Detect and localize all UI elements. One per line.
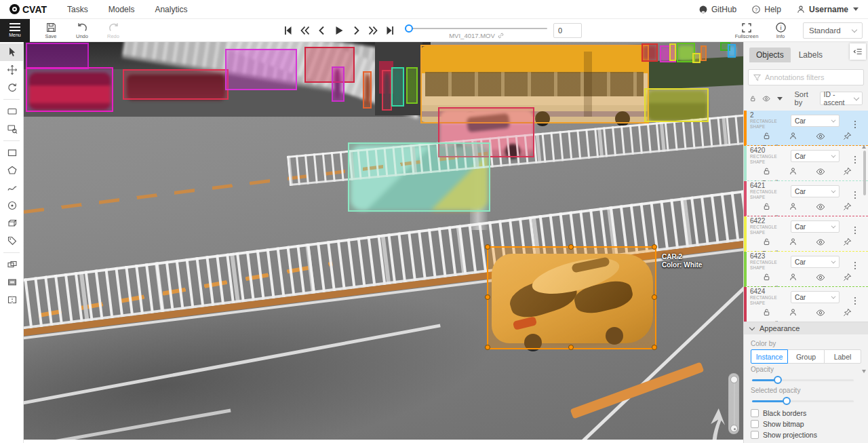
pin-icon[interactable] — [843, 308, 852, 317]
github-link[interactable]: GitHub — [698, 5, 736, 14]
canvas-zoom-slider[interactable] — [728, 373, 739, 434]
resize-handle[interactable] — [485, 294, 490, 300]
tab-labels[interactable]: Labels — [792, 47, 829, 62]
occluded-icon[interactable] — [789, 167, 797, 176]
resize-handle[interactable] — [485, 345, 490, 350]
resize-handle[interactable] — [652, 294, 657, 300]
draw-polygon-tool[interactable] — [0, 161, 24, 179]
sort-select[interactable]: ID - ascent — [820, 92, 863, 105]
fit-image-tool[interactable] — [0, 102, 24, 120]
moving-car-box-teal[interactable] — [348, 142, 490, 212]
play-button[interactable] — [333, 24, 345, 37]
object-item-2[interactable]: 2RECTANGLE SHAPECarDetails — [744, 111, 868, 146]
hide-icon[interactable] — [816, 308, 825, 317]
parked-car-box-purple[interactable] — [26, 43, 89, 69]
resize-handle[interactable] — [652, 244, 657, 250]
person-box-red[interactable] — [382, 70, 392, 111]
resize-handle[interactable] — [568, 244, 574, 250]
hide-icon[interactable] — [816, 237, 825, 247]
small-car-box-cyan[interactable] — [728, 44, 736, 58]
person-box-green[interactable] — [406, 67, 418, 104]
help-link[interactable]: ? Help — [751, 5, 781, 14]
pin-icon[interactable] — [843, 273, 852, 282]
small-box-yellow[interactable] — [669, 43, 676, 61]
object-item-6421[interactable]: 6421RECTANGLE SHAPECarDetails — [744, 181, 868, 216]
pin-icon[interactable] — [843, 132, 852, 141]
object-item-6420[interactable]: 6420RECTANGLE SHAPECarDetails — [744, 146, 868, 181]
object-actions-menu-icon[interactable] — [852, 119, 859, 123]
checkbox-box[interactable] — [751, 420, 759, 428]
color-by-option-instance[interactable]: Instance — [751, 349, 788, 364]
redo-button[interactable]: Redo — [102, 22, 125, 39]
info-button[interactable]: i Info — [769, 22, 792, 39]
selected-car-box[interactable]: CAR 2Color: White — [487, 246, 656, 349]
small-car-box-red[interactable] — [642, 43, 658, 62]
undo-button[interactable]: Undo — [71, 22, 94, 39]
hide-icon[interactable] — [816, 202, 825, 212]
lock-icon[interactable] — [762, 202, 771, 212]
hide-icon[interactable] — [816, 132, 825, 141]
cvat-logo[interactable]: CVAT — [9, 4, 47, 15]
forward-jump-button[interactable] — [367, 24, 379, 37]
object-actions-menu-icon[interactable] — [852, 225, 859, 229]
previous-frame-button[interactable] — [316, 24, 328, 37]
object-label-select[interactable]: Car — [791, 115, 840, 127]
objects-list-scrollbar[interactable] — [861, 144, 867, 374]
last-frame-button[interactable] — [384, 24, 396, 37]
object-label-select[interactable]: Car — [791, 291, 840, 303]
annotation-canvas[interactable]: CAR 2Color: White — [24, 42, 743, 440]
small-box-yellow-2[interactable] — [692, 53, 701, 63]
checkbox-show-bitmap[interactable]: Show bitmap — [751, 420, 804, 428]
checkbox-box[interactable] — [751, 409, 759, 417]
object-item-6423[interactable]: 6423RECTANGLE SHAPECarDetails — [744, 252, 868, 287]
object-label-select[interactable]: Car — [791, 220, 840, 233]
link-icon[interactable] — [497, 32, 505, 39]
move-tool[interactable] — [0, 61, 24, 79]
draw-polyline-tool[interactable] — [0, 179, 24, 197]
occluded-icon[interactable] — [789, 202, 797, 212]
person-box-orange[interactable] — [363, 71, 372, 109]
select-region-tool[interactable] — [0, 120, 24, 138]
nav-item-models[interactable]: Models — [108, 5, 135, 14]
merge-tool[interactable] — [0, 256, 24, 273]
object-label-select[interactable]: Car — [791, 150, 840, 162]
lock-icon[interactable] — [762, 132, 771, 141]
frame-slider-rail[interactable] — [409, 28, 547, 29]
user-menu[interactable]: Username — [796, 5, 859, 14]
object-actions-menu-icon[interactable] — [852, 296, 859, 299]
setup-tag-tool[interactable] — [0, 232, 24, 250]
annotations-filter[interactable]: Annotations filters — [748, 69, 864, 85]
checkbox-box[interactable] — [751, 431, 759, 439]
object-item-6422[interactable]: 6422RECTANGLE SHAPECarDetails — [744, 216, 868, 252]
next-frame-button[interactable] — [350, 24, 362, 37]
tab-objects[interactable]: Objects — [749, 47, 791, 62]
pin-icon[interactable] — [843, 202, 852, 212]
occluded-icon[interactable] — [789, 132, 797, 141]
frame-slider[interactable]: MVI_4017.MOV — [405, 19, 549, 42]
checkbox-show-projections[interactable]: Show projections — [751, 431, 817, 439]
occluded-icon[interactable] — [789, 273, 797, 282]
selected-opacity-slider[interactable] — [752, 396, 854, 406]
color-by-option-group[interactable]: Group — [787, 349, 825, 364]
appearance-header[interactable]: Appearance — [744, 322, 868, 334]
hide-icon[interactable] — [816, 167, 825, 176]
person-box-magenta[interactable] — [332, 66, 344, 102]
pin-icon[interactable] — [843, 237, 852, 247]
group-tool[interactable] — [0, 273, 24, 291]
occluded-icon[interactable] — [789, 237, 797, 247]
scroll-down-icon[interactable] — [862, 370, 866, 373]
first-frame-button[interactable] — [282, 24, 294, 37]
lock-icon[interactable] — [762, 167, 771, 176]
object-item-6424[interactable]: 6424RECTANGLE SHAPECarDetails — [744, 287, 868, 322]
object-label-select[interactable]: Car — [791, 185, 840, 197]
lock-icon[interactable] — [762, 308, 771, 317]
nav-item-tasks[interactable]: Tasks — [67, 5, 88, 14]
hide-icon[interactable] — [816, 273, 825, 282]
checkbox-black-borders[interactable]: Black borders — [751, 409, 806, 417]
nav-item-analytics[interactable]: Analytics — [155, 5, 187, 14]
hide-all-icon[interactable] — [762, 94, 770, 104]
scroll-up-icon[interactable] — [862, 145, 866, 149]
menu-button[interactable]: Menu — [0, 19, 30, 42]
draw-cuboid-tool[interactable] — [0, 214, 24, 232]
collapse-sidebar-button[interactable] — [850, 43, 866, 60]
